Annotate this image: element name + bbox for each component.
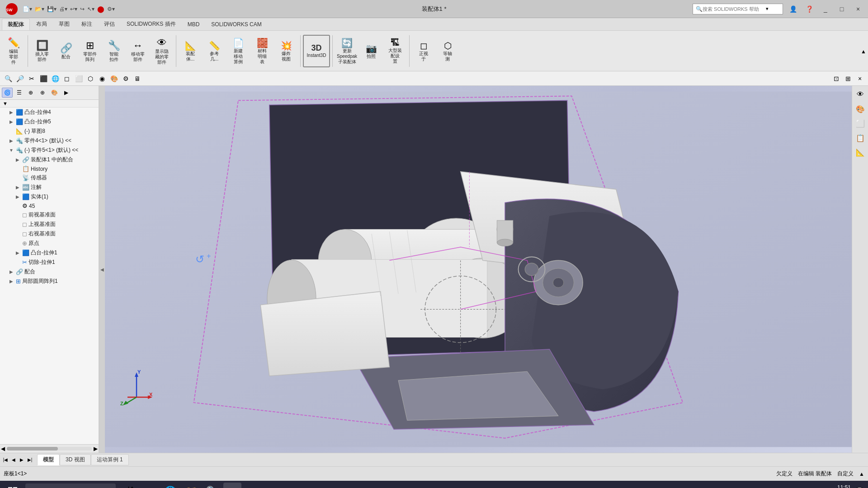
search-expand-icon[interactable]: ▾: [766, 6, 769, 12]
tree-item-part5[interactable]: ▼ 🔩 (-) 零件5<1> (默认) <<: [0, 145, 99, 155]
tab-nav-last[interactable]: ▶|: [26, 456, 33, 464]
insert-part-button[interactable]: 🔲 插入零部件: [30, 35, 54, 67]
tree-item-45[interactable]: ⚙ 45: [0, 202, 99, 210]
scene-panel-btn[interactable]: ⬜: [854, 117, 867, 130]
assembly-button[interactable]: 📐 装配体...: [179, 35, 202, 67]
display-style-btn[interactable]: ⬛: [38, 73, 49, 84]
section-view-btn[interactable]: ✂: [26, 73, 37, 84]
tree-item-part4[interactable]: ▶ 🔩 零件4<1> (默认) <<: [0, 136, 99, 145]
expand-part4[interactable]: ▶: [8, 138, 14, 144]
maximize-vp-btn[interactable]: ⊞: [843, 73, 854, 84]
tree-item-boss5[interactable]: ▶ 🟦 凸台-拉伸5: [0, 117, 99, 127]
app-menu-gear[interactable]: ⚙▾: [107, 6, 115, 12]
expand-notes[interactable]: ▶: [14, 184, 21, 191]
app-menu-save[interactable]: 💾▾: [47, 6, 57, 12]
mate-button[interactable]: 🔗 配合: [54, 35, 78, 67]
tree-item-front[interactable]: ◻ 前视基准面: [0, 210, 99, 220]
expand-boss1[interactable]: ▶: [14, 250, 21, 256]
zoom-select-btn[interactable]: 🔎: [14, 73, 25, 84]
new-motion-button[interactable]: 📄 新建移动算例: [226, 35, 250, 67]
help-icon[interactable]: ❓: [803, 4, 816, 14]
taskbar-app-edge[interactable]: 🌐: [161, 483, 179, 488]
part-array-button[interactable]: ⊞ 零部件阵列: [78, 35, 102, 67]
decals-panel-btn[interactable]: 📋: [854, 131, 867, 145]
taskbar-app-search2[interactable]: 🔍: [203, 483, 221, 488]
3d-viewport[interactable]: Y X Z ↺ +: [105, 86, 852, 453]
tab-mbd[interactable]: MBD: [182, 19, 205, 29]
tree-item-sketch8[interactable]: 📐 (-) 草图8: [0, 127, 99, 136]
app-menu-sphere[interactable]: ⬤: [97, 5, 104, 13]
tab-assembly[interactable]: 装配体: [2, 19, 30, 30]
tree-item-history[interactable]: 📋 History: [0, 164, 99, 173]
tree-item-localarray[interactable]: ▶ ⊞ 局部圆周阵列1: [0, 277, 99, 286]
large-asm-button[interactable]: 🏗 大型装配设置: [383, 35, 407, 67]
tree-item-origin[interactable]: ⊕ 原点: [0, 239, 99, 248]
scene-btn[interactable]: ⚙: [120, 73, 131, 84]
speedpak-button[interactable]: 🔄 更新Speedpak子装配体: [335, 35, 359, 67]
explode-button[interactable]: 💥 爆炸视图: [274, 35, 298, 67]
tree-item-top[interactable]: ◻ 上视基准面: [0, 220, 99, 229]
instant3d-button[interactable]: 3D Instant3D: [303, 35, 330, 67]
taskbar-app-explorer[interactable]: 📁: [182, 483, 200, 488]
show-hide-button[interactable]: 👁 显示隐藏的零部件: [150, 35, 174, 67]
expand-mates[interactable]: ▶: [14, 157, 21, 163]
taskbar-clock[interactable]: 11:51 2023/11/25: [824, 484, 851, 488]
appearance-panel-btn[interactable]: 👁: [854, 88, 867, 101]
tab-nav-prev[interactable]: ◀: [10, 456, 17, 464]
expand-status-icon[interactable]: ▲: [859, 471, 864, 477]
edit-part-button[interactable]: ✏️ 编辑零部件: [2, 35, 25, 67]
expand-mategroup[interactable]: ▶: [8, 269, 14, 275]
shaded-btn[interactable]: ◻: [61, 73, 72, 84]
front-view-button[interactable]: ◻ 正视于: [412, 35, 435, 67]
tree-item-boss4[interactable]: ▶ 🟦 凸台-拉伸4: [0, 108, 99, 117]
app-menu-redo[interactable]: ↪: [80, 6, 85, 12]
smart-fastener-button[interactable]: 🔧 智能扣件: [102, 35, 126, 67]
tree-item-sensor[interactable]: 📡 传感器: [0, 173, 99, 183]
app-menu-open[interactable]: 📂▾: [35, 6, 44, 12]
tree-item-cut1[interactable]: ✂ 切除-拉伸1: [0, 258, 99, 267]
camera-btn[interactable]: ◉: [97, 73, 108, 84]
maximize-button[interactable]: □: [835, 4, 848, 14]
start-button[interactable]: [4, 483, 22, 488]
feature-manager-btn[interactable]: 🌀: [2, 88, 13, 98]
tree-item-solid[interactable]: ▶ 🟦 实体(1): [0, 192, 99, 202]
tab-nav-first[interactable]: |◀: [2, 456, 9, 464]
tab-motion-study[interactable]: 运动算例 1: [91, 454, 129, 465]
tree-scrollbar-track[interactable]: [7, 447, 92, 450]
vp-close-btn[interactable]: ×: [854, 73, 865, 84]
close-button[interactable]: ×: [852, 4, 864, 14]
tab-3d-view[interactable]: 3D 视图: [60, 454, 91, 465]
tree-item-right[interactable]: ◻ 右视基准面: [0, 229, 99, 239]
tab-markup[interactable]: 标注: [76, 19, 98, 30]
iso-view-button[interactable]: ⬡ 等轴测: [436, 35, 459, 67]
display-pane-btn[interactable]: 🖥: [132, 73, 143, 84]
expand-solid[interactable]: ▶: [14, 194, 21, 200]
taskbar-app-building[interactable]: 🏙: [119, 483, 137, 488]
tab-sketch[interactable]: 草图: [53, 19, 75, 30]
tree-item-notes[interactable]: ▶ 🔤 注解: [0, 183, 99, 192]
taskbar-search-bar[interactable]: 🔍 搜索: [25, 483, 116, 488]
app-menu-new[interactable]: 📄▾: [23, 6, 32, 12]
search-input[interactable]: [703, 6, 766, 12]
tab-sw-addins[interactable]: SOLIDWORKS 插件: [121, 19, 181, 30]
zoom-to-fit-btn[interactable]: 🔍: [3, 73, 14, 84]
expand-localarray[interactable]: ▶: [8, 278, 14, 285]
tab-nav-next[interactable]: ▶: [18, 456, 25, 464]
camera-panel-btn[interactable]: 📐: [854, 145, 867, 159]
tree-item-mategroup[interactable]: ▶ 🔗 配合: [0, 267, 99, 277]
search-bar[interactable]: 🔍 ▾: [693, 4, 783, 14]
move-part-button[interactable]: ↔ 移动零部件: [126, 35, 150, 67]
tree-scroll-left[interactable]: ◀: [1, 446, 5, 452]
tree-item-mates[interactable]: ▶ 🔗 装配体1 中的配合: [0, 155, 99, 164]
panel-collapse-handle[interactable]: ◀: [99, 86, 105, 453]
appearance-manager-btn[interactable]: 🎨: [49, 88, 60, 98]
wireframe-btn[interactable]: 🌐: [50, 73, 61, 84]
user-icon[interactable]: 👤: [787, 4, 799, 14]
color-panel-btn[interactable]: 🎨: [854, 102, 867, 116]
tree-item-boss1[interactable]: ▶ 🟦 凸台-拉伸1: [0, 248, 99, 258]
color-btn[interactable]: 🎨: [108, 73, 119, 84]
taskbar-app-grid[interactable]: ⊞: [140, 483, 158, 488]
photo-button[interactable]: 📷 拍照: [359, 35, 383, 67]
tree-scroll-right[interactable]: ▶: [94, 446, 98, 452]
config-manager-btn[interactable]: ⊕: [25, 88, 36, 98]
